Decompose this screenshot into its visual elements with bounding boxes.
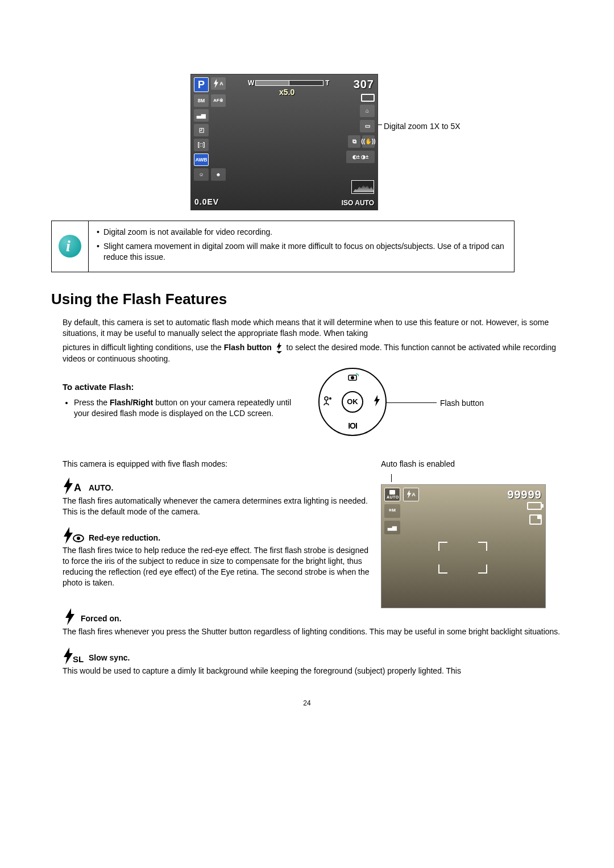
info-icon-cell — [52, 221, 89, 272]
flash-button-callout: Flash button — [440, 398, 484, 409]
burst-icon: ⧉ — [348, 135, 360, 148]
mode-desc: The flash fires twice to help reduce the… — [63, 545, 370, 588]
zoom-diagram: Optical zoom 1X to 4X Digital zoom 1X to… — [119, 74, 563, 210]
callout-line — [385, 402, 437, 403]
svg-point-1 — [351, 376, 354, 379]
note-item: Slight camera movement in digital zoom w… — [97, 241, 506, 263]
histogram-icon — [351, 180, 374, 194]
flash-auto-icon: A — [403, 488, 419, 501]
mode-name: Red-eye reduction. — [89, 533, 160, 545]
image-size-icon: ⌗M — [384, 504, 400, 518]
intro-paragraph-1: By default, this camera is set to automa… — [63, 317, 557, 339]
activate-bullet: Press the Flash/Right button on your cam… — [74, 397, 301, 419]
flash-auto-icon: A — [63, 477, 85, 495]
metering-icon: ◰ — [194, 124, 209, 136]
focus-bracket-icon — [478, 542, 487, 551]
focus-area-icon: [□] — [194, 139, 209, 151]
intro-text: pictures in difficult lighting condition… — [63, 343, 224, 352]
mode-auto-icon — [384, 488, 400, 501]
dpad-diagram: OK IOI Flash button — [318, 368, 489, 442]
dpad-down-icon: IOI — [348, 421, 357, 431]
zoom-value: x5.0 — [279, 87, 294, 98]
zoom-bar — [255, 80, 323, 86]
card-icon — [529, 514, 542, 525]
flash-slow-icon: SL — [63, 647, 85, 665]
auto-enabled-label: Auto flash is enabled — [381, 459, 563, 470]
dpad: OK IOI — [318, 368, 387, 436]
dpad-left-icon — [323, 396, 333, 408]
shots-remaining: 99999 — [507, 487, 542, 502]
quality-icon: ▃▅ — [194, 109, 209, 122]
card-icon: ⌂ — [360, 105, 375, 117]
quality-icon: ▃▅ — [384, 521, 400, 534]
flash-button-label: Flash button — [224, 343, 272, 352]
awb-icon: AWB — [194, 153, 209, 166]
iso-label: ISO AUTO — [342, 198, 374, 207]
svg-point-2 — [325, 397, 328, 400]
flash-auto-icon: A — [211, 77, 226, 90]
dpad-right-flash-icon — [373, 395, 381, 409]
mode-desc: This would be used to capture a dimly li… — [63, 666, 563, 676]
note-item: Digital zoom is not available for video … — [97, 227, 506, 238]
svg-text:A: A — [74, 482, 81, 493]
focus-bracket-icon — [438, 564, 447, 574]
mode-name: Forced on. — [81, 613, 122, 625]
svg-text:SL: SL — [73, 654, 84, 664]
flash-down-icon — [275, 342, 283, 354]
stabilize-icon: ((✋)) — [362, 135, 375, 148]
page-number: 24 — [51, 699, 563, 708]
image-size-icon: 8M — [194, 94, 209, 107]
dpad-up-icon — [346, 372, 359, 384]
zoom-t-label: T — [325, 78, 329, 88]
flash-mode-forced: Forced on. The flash fires whenever you … — [63, 608, 563, 637]
focus-bracket-icon — [478, 564, 487, 574]
svg-point-3 — [329, 397, 331, 400]
bullet-bold: Flash/Right — [110, 398, 153, 407]
adjust-icon: ◐± ◑± — [346, 151, 375, 163]
info-icon — [59, 235, 81, 258]
callout-line — [391, 474, 392, 482]
mode-desc: The flash fires whenever you press the S… — [63, 626, 563, 637]
mode-name: AUTO. — [89, 483, 113, 495]
flash-forced-icon — [63, 608, 77, 625]
activate-flash-heading: To activate Flash: — [63, 381, 307, 393]
bullet-text: Press the — [74, 398, 110, 407]
note-text: Digital zoom is not available for video … — [89, 221, 514, 272]
flash-mode-slow: SL Slow sync. This would be used to capt… — [63, 647, 563, 676]
mode-desc: The flash fires automatically whenever t… — [63, 496, 370, 517]
focus-bracket-icon — [438, 542, 447, 551]
note-box: Digital zoom is not available for video … — [51, 221, 515, 272]
section-title: Using the Flash Features — [51, 289, 563, 309]
battery-icon — [527, 502, 542, 510]
intro-paragraph-2: pictures in difficult lighting condition… — [63, 342, 557, 364]
face-detect-icon: ☺ — [194, 168, 209, 181]
zoom-w-label: W — [248, 78, 254, 88]
flash-mode-auto: A AUTO. The flash fires automatically wh… — [63, 477, 370, 517]
datestamp-icon: ▭ — [360, 120, 375, 132]
smile-detect-icon: ☻ — [211, 168, 226, 181]
shots-remaining: 307 — [354, 77, 374, 92]
camera-lcd-display: P A 8M AF※ ▃▅ ◰ [□] AWB ☺ ☻ W T x5.0 307… — [190, 74, 378, 210]
equipped-label: This camera is equipped with five flash … — [63, 459, 370, 470]
digital-zoom-label: Digital zoom 1X to 5X — [384, 121, 460, 132]
mode-p-icon: P — [194, 77, 209, 92]
flash-mode-redeye: Red-eye reduction. The flash fires twice… — [63, 527, 370, 588]
svg-point-6 — [77, 537, 80, 540]
battery-icon — [361, 94, 375, 102]
preview-lcd: A ⌗M ▃▅ 99999 — [381, 484, 546, 608]
flash-redeye-icon — [63, 527, 85, 544]
mode-name: Slow sync. — [89, 653, 130, 665]
af-mode-icon: AF※ — [211, 94, 226, 107]
ev-label: 0.0EV — [194, 197, 219, 207]
ok-button: OK — [342, 391, 363, 413]
